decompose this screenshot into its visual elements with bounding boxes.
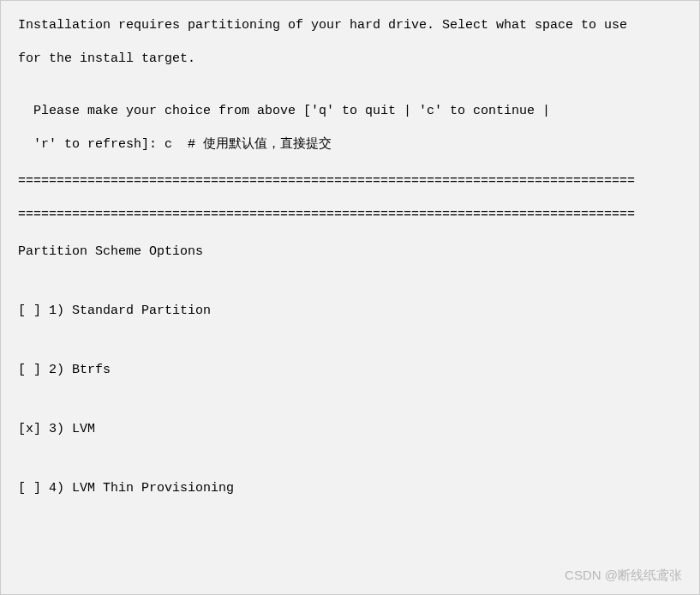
prompt-prefix: 'r' to refresh]: — [33, 137, 165, 152]
partition-option-3[interactable]: [x] 3) LVM — [18, 420, 682, 438]
input-comment: # 使用默认值，直接提交 — [172, 137, 332, 152]
section-heading: Partition Scheme Options — [18, 243, 682, 261]
choice-prompt-line1: Please make your choice from above ['q' … — [18, 102, 682, 120]
partition-option-2[interactable]: [ ] 2) Btrfs — [18, 361, 682, 379]
intro-text-line1: Installation requires partitioning of yo… — [18, 16, 682, 34]
choice-prompt-line2[interactable]: 'r' to refresh]: c # 使用默认值，直接提交 — [18, 135, 682, 153]
user-input-value[interactable]: c — [165, 137, 172, 152]
partition-option-4[interactable]: [ ] 4) LVM Thin Provisioning — [18, 479, 682, 497]
divider-line: ========================================… — [18, 206, 682, 224]
partition-option-1[interactable]: [ ] 1) Standard Partition — [18, 302, 682, 320]
intro-text-line2: for the install target. — [18, 50, 682, 68]
divider-line: ========================================… — [18, 172, 682, 190]
watermark-text: CSDN @断线纸鸢张 — [565, 566, 682, 584]
